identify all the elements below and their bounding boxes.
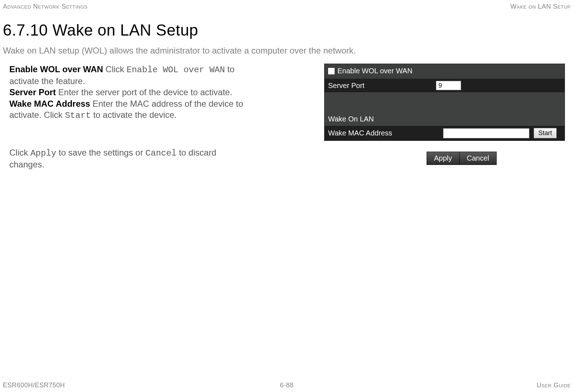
- router-panel: Enable WOL over WAN Server Port Wake On …: [324, 64, 565, 141]
- footer-center: 6-88: [280, 382, 294, 389]
- button-row: Apply Cancel: [427, 152, 497, 165]
- page-title: 6.7.10 Wake on LAN Setup: [3, 21, 565, 39]
- header-left: Advanced Network Settings: [3, 3, 88, 10]
- intro-text: Wake on LAN setup (WOL) allows the admin…: [3, 46, 565, 56]
- code-enable: Enable WOL over WAN: [126, 65, 225, 75]
- footer-right: User Guide: [537, 382, 571, 389]
- code-apply: Apply: [31, 148, 56, 158]
- server-port-label: Server Port: [328, 82, 436, 90]
- apply-pre: Click: [9, 148, 31, 157]
- description-block: Enable WOL over WAN Click Enable WOL ove…: [9, 64, 253, 121]
- apply-block: Click Apply to save the settings or Canc…: [9, 147, 253, 170]
- wol-section-label: Wake On LAN: [325, 93, 565, 125]
- enable-row: Enable WOL over WAN: [325, 64, 565, 78]
- text-server: Enter the server port of the device to a…: [56, 87, 232, 97]
- text-enable-pre: Click: [103, 64, 126, 74]
- server-port-row: Server Port: [325, 78, 565, 93]
- text-mac-post: to activate the device.: [91, 110, 177, 120]
- header-right: Wake on LAN Setup: [510, 3, 571, 10]
- server-port-input[interactable]: [436, 81, 461, 90]
- start-button[interactable]: Start: [534, 128, 557, 138]
- apply-button[interactable]: Apply: [427, 152, 460, 165]
- apply-mid: to save the settings or: [56, 148, 146, 157]
- term-server: Server Port: [9, 87, 56, 97]
- footer-left: ESR600H/ESR750H: [3, 382, 65, 389]
- cancel-button[interactable]: Cancel: [460, 152, 496, 165]
- code-start: Start: [65, 111, 91, 120]
- mac-row: Wake MAC Address Start: [325, 125, 565, 140]
- enable-label: Enable WOL over WAN: [337, 67, 413, 75]
- code-cancel: Cancel: [146, 148, 176, 158]
- enable-checkbox[interactable]: [328, 68, 335, 74]
- mac-label: Wake MAC Address: [328, 129, 443, 137]
- mac-input[interactable]: [443, 128, 529, 138]
- term-enable: Enable WOL over WAN: [9, 64, 103, 74]
- term-mac: Wake MAC Address: [9, 99, 90, 109]
